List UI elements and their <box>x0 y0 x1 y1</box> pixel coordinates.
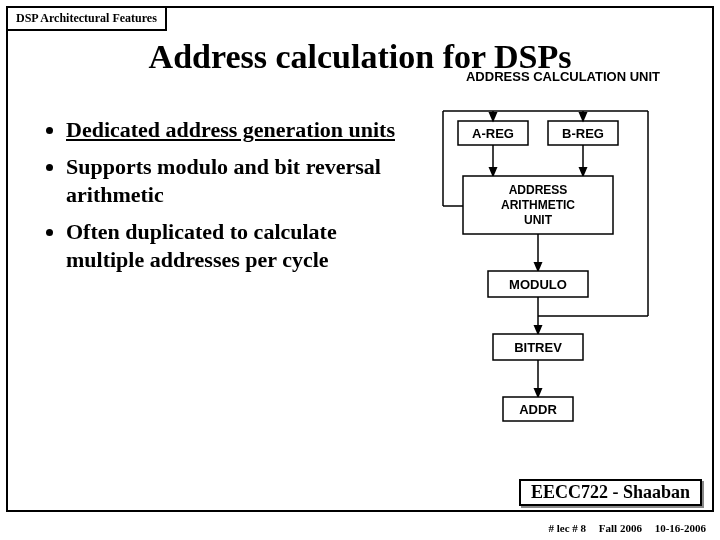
areg-label: A-REG <box>472 126 514 141</box>
block-diagram: ADDRESS CALCULATION UNIT A-REG B-REG ADD… <box>408 116 692 283</box>
footer-date: 10-16-2006 <box>655 522 706 534</box>
modulo-label: MODULO <box>509 277 567 292</box>
content-row: Dedicated address generation units Suppo… <box>8 116 712 283</box>
bullet-text: Dedicated address generation units <box>66 117 395 142</box>
aau-line1: ADDRESS <box>509 183 568 197</box>
footer-page: # lec # 8 <box>549 522 587 534</box>
bullet-item: Dedicated address generation units <box>66 116 408 145</box>
diagram-caption: ADDRESS CALCULATION UNIT <box>466 69 660 84</box>
footer-meta: # lec # 8 Fall 2006 10-16-2006 <box>539 522 707 534</box>
aau-line2: ARITHMETIC <box>501 198 575 212</box>
footer-course: EECC722 - Shaaban <box>519 479 702 506</box>
aau-line3: UNIT <box>524 213 553 227</box>
bullet-item: Supports modulo and bit reversal arithme… <box>66 153 408 210</box>
bitrev-label: BITREV <box>514 340 562 355</box>
category-tag: DSP Architectural Features <box>6 6 167 31</box>
footer-term: Fall 2006 <box>599 522 642 534</box>
addr-label: ADDR <box>519 402 557 417</box>
breg-label: B-REG <box>562 126 604 141</box>
slide-frame: DSP Architectural Features Address calcu… <box>6 6 714 512</box>
bullet-list: Dedicated address generation units Suppo… <box>48 116 408 283</box>
bullet-item: Often duplicated to calculate multiple a… <box>66 218 408 275</box>
diagram-svg: ADDRESS CALCULATION UNIT A-REG B-REG ADD… <box>408 66 688 466</box>
